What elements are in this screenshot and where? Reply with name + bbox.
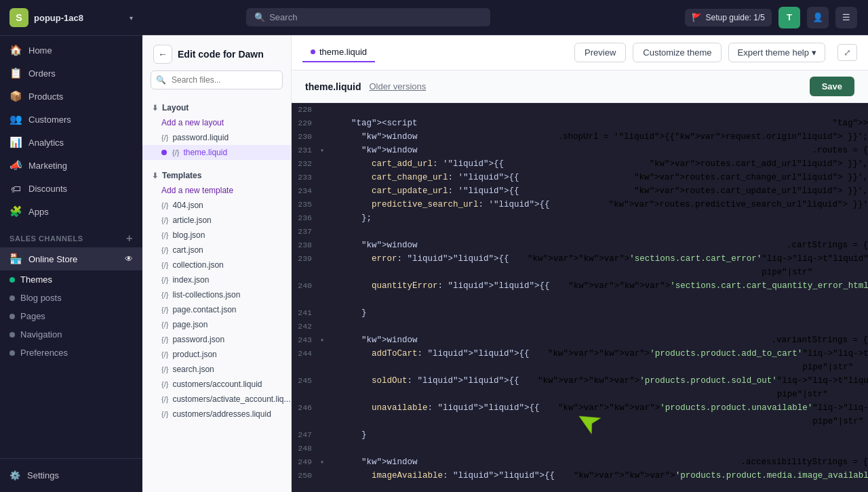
back-button[interactable]: ←	[153, 45, 172, 64]
line-content[interactable]: "kw">window	[331, 130, 557, 144]
file-item[interactable]: {/} index.json	[142, 272, 291, 287]
marketing-icon: 📣	[9, 159, 22, 171]
sidebar-item-apps[interactable]: 🧩 Apps	[0, 200, 142, 223]
sidebar-item-label: Analytics	[28, 138, 64, 148]
line-content[interactable]	[331, 103, 868, 117]
expert-help-button[interactable]: Expert theme help ▾	[728, 43, 825, 62]
sidebar-item-discounts[interactable]: 🏷 Discounts	[0, 177, 142, 200]
line-content[interactable]	[331, 225, 868, 239]
line-content[interactable]: quantityError: "liquid">"liquid">{{	[331, 279, 568, 306]
line-content[interactable]: unavailable: "liquid">"liquid">{{	[331, 401, 558, 428]
save-button[interactable]: Save	[810, 77, 854, 96]
sidebar-header[interactable]: S popup-1ac8 ▾	[0, 0, 142, 36]
line-content[interactable]: predictive_search_url: '"liquid">{{	[331, 198, 608, 211]
sidebar-item-pages[interactable]: Pages	[9, 307, 142, 325]
sidebar-item-blog-posts[interactable]: Blog posts	[9, 289, 142, 307]
code-line: 232 cart_add_url: '"liquid">{{ "kw">var"…	[292, 157, 868, 171]
line-number: 236	[292, 211, 320, 225]
sidebar-item-products[interactable]: 📦 Products	[0, 85, 142, 108]
line-content[interactable]: addToCart: "liquid">"liquid">{{	[331, 347, 548, 374]
file-search-input[interactable]	[151, 70, 283, 89]
file-item[interactable]: {/} customers/account.liquid	[142, 377, 291, 392]
sidebar-item-preferences[interactable]: Preferences	[9, 344, 142, 362]
line-content[interactable]: cart_update_url: '"liquid">{{	[331, 184, 634, 198]
tab-theme-liquid[interactable]: theme.liquid	[302, 43, 375, 62]
line-content[interactable]: cart_change_url: '"liquid">{{	[331, 171, 634, 184]
line-content[interactable]: cart_add_url: '"liquid">{{	[331, 157, 649, 171]
file-item[interactable]: {/} cart.json	[142, 243, 291, 258]
line-number: 246	[292, 401, 320, 428]
file-item-active[interactable]: {/} theme.liquid	[142, 145, 291, 160]
file-item[interactable]: {/} blog.json	[142, 228, 291, 243]
line-number: 235	[292, 198, 320, 211]
file-item[interactable]: {/} collection.json	[142, 258, 291, 272]
file-item[interactable]: {/} page.json	[142, 317, 291, 332]
code-line: 247 }	[292, 428, 868, 442]
file-item[interactable]: {/} password.json	[142, 332, 291, 347]
user-icon-btn[interactable]: 👤	[807, 7, 829, 28]
file-item[interactable]: {/} search.json	[142, 362, 291, 377]
setup-guide-button[interactable]: 🚩 Setup guide: 1/5	[685, 9, 772, 26]
file-type-icon: {/}	[161, 380, 168, 388]
sidebar-item-marketing[interactable]: 📣 Marketing	[0, 154, 142, 177]
line-number: 238	[292, 239, 320, 252]
dot-icon	[9, 277, 15, 283]
page-title: Edit code for Dawn	[178, 49, 264, 60]
line-content[interactable]: "tag"><script	[331, 117, 832, 130]
file-item[interactable]: {/} product.json	[142, 347, 291, 362]
code-line: 230 "kw">window.shopUrl = '"liquid">{{ "…	[292, 130, 868, 144]
sidebar-item-settings[interactable]: ⚙️ Settings	[9, 466, 133, 485]
code-editor[interactable]: 228 229 "tag"><script"tag">> 230 "kw">wi…	[292, 103, 868, 492]
sidebar-item-customers[interactable]: 👥 Customers	[0, 108, 142, 131]
sidebar-footer: ⚙️ Settings	[0, 458, 142, 492]
fold-arrow: ▾	[320, 147, 324, 155]
line-arrow	[320, 469, 331, 492]
fullscreen-button[interactable]: ⤢	[837, 44, 857, 61]
line-content[interactable]: }	[331, 306, 868, 320]
line-content[interactable]: soldOut: "liquid">"liquid">{{	[331, 374, 538, 401]
global-search[interactable]: 🔍 Search	[246, 8, 490, 26]
file-item[interactable]: {/} article.json	[142, 213, 291, 228]
sidebar-item-online-store[interactable]: 🏪 Online Store 👁	[0, 247, 142, 270]
line-content[interactable]	[331, 320, 868, 333]
line-content[interactable]: "kw">window	[331, 239, 787, 252]
customize-theme-button[interactable]: Customize theme	[633, 43, 722, 62]
line-content[interactable]: "kw">window	[331, 455, 741, 469]
line-content[interactable]: };	[331, 211, 868, 225]
line-number: 237	[292, 225, 320, 239]
theme-icon-btn[interactable]: T	[778, 7, 800, 28]
sidebar-item-analytics[interactable]: 📊 Analytics	[0, 131, 142, 154]
older-versions-link[interactable]: Older versions	[369, 81, 426, 91]
line-content[interactable]: "kw">window	[331, 333, 771, 347]
code-line: 233 cart_change_url: '"liquid">{{ "kw">v…	[292, 171, 868, 184]
line-content[interactable]: imageAvailable: "liquid">"liquid">{{	[331, 469, 574, 492]
line-number: 241	[292, 306, 320, 320]
line-content[interactable]: error: "liquid">"liquid">{{	[331, 252, 528, 279]
file-type-icon: {/}	[161, 365, 168, 373]
sidebar-item-navigation[interactable]: Navigation	[9, 325, 142, 344]
dot-icon	[9, 350, 15, 356]
line-content[interactable]: }	[331, 428, 868, 442]
sidebar-item-themes[interactable]: Themes	[9, 270, 142, 289]
sidebar-item-home[interactable]: 🏠 Home	[0, 39, 142, 62]
menu-icon-btn[interactable]: ☰	[835, 7, 857, 28]
line-arrow	[320, 184, 331, 198]
layout-section-header[interactable]: ⬇ Layout	[142, 100, 291, 115]
discounts-icon: 🏷	[9, 182, 22, 194]
line-content[interactable]: "kw">window	[331, 144, 812, 157]
file-item[interactable]: {/} customers/addresses.liquid	[142, 407, 291, 422]
templates-section-header[interactable]: ⬇ Templates	[142, 168, 291, 183]
sidebar-item-orders[interactable]: 📋 Orders	[0, 62, 142, 85]
add-template-link[interactable]: Add a new template	[142, 183, 291, 198]
add-layout-link[interactable]: Add a new layout	[142, 115, 291, 130]
file-item[interactable]: {/} page.contact.json	[142, 302, 291, 317]
line-number: 234	[292, 184, 320, 198]
file-item[interactable]: {/} list-collections.json	[142, 287, 291, 302]
top-bar: 🔍 Search 🚩 Setup guide: 1/5 T 👤 ☰	[142, 0, 868, 35]
file-item[interactable]: {/} 404.json	[142, 198, 291, 213]
line-content[interactable]	[331, 442, 868, 455]
preview-button[interactable]: Preview	[574, 43, 626, 62]
file-item[interactable]: {/} customers/activate_account.liq...	[142, 392, 291, 407]
file-item[interactable]: {/} password.liquid	[142, 130, 291, 145]
add-sales-channel-icon[interactable]: +	[126, 232, 133, 245]
